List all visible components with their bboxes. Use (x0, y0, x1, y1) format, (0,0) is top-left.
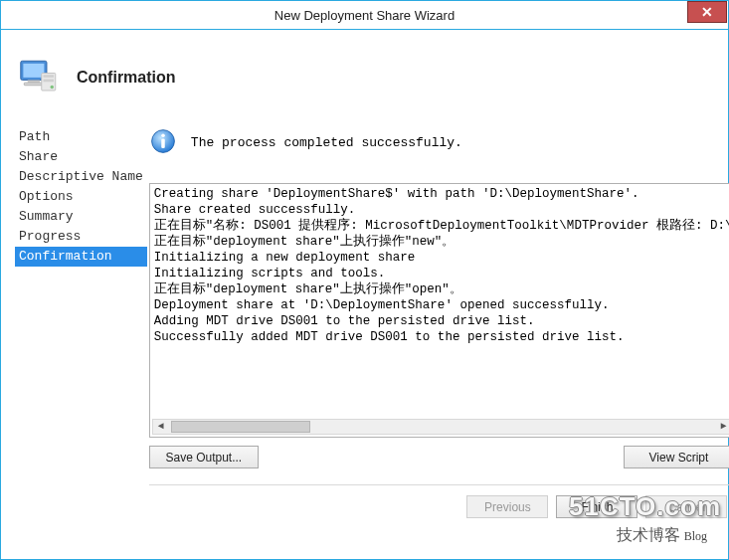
view-script-button[interactable]: View Script (624, 446, 729, 468)
svg-point-7 (51, 85, 55, 89)
wizard-header: Confirmation (11, 48, 718, 107)
svg-rect-10 (161, 138, 165, 148)
wizard-footer: Previous Finish Cancel (149, 484, 729, 522)
cancel-button: Cancel (645, 495, 727, 518)
wizard-body: Confirmation Path Share Descriptive Name… (1, 30, 728, 559)
svg-rect-6 (44, 79, 55, 82)
output-buttons: Save Output... View Script (149, 446, 729, 468)
info-icon (149, 127, 177, 158)
svg-rect-3 (24, 83, 43, 86)
wizard-window: New Deployment Share Wizard ✕ Confirmati… (0, 0, 729, 560)
status-message: The process completed successfully. (191, 135, 462, 150)
computer-icon (19, 57, 61, 99)
svg-rect-1 (23, 63, 44, 77)
wizard-main: The process completed successfully. Crea… (147, 125, 729, 551)
horizontal-scrollbar[interactable]: ◄ ► (152, 419, 729, 435)
nav-item-path[interactable]: Path (15, 127, 147, 147)
nav-item-options[interactable]: Options (15, 187, 147, 207)
status-row: The process completed successfully. (149, 125, 729, 159)
wizard-nav: Path Share Descriptive Name Options Summ… (11, 125, 147, 551)
titlebar: New Deployment Share Wizard ✕ (1, 1, 728, 30)
wizard-content: Path Share Descriptive Name Options Summ… (11, 125, 718, 551)
svg-rect-5 (44, 75, 55, 78)
nav-item-descriptive-name[interactable]: Descriptive Name (15, 167, 147, 187)
svg-point-9 (161, 133, 165, 137)
log-output[interactable]: Creating share 'DeploymentShare$' with p… (149, 183, 729, 438)
nav-item-share[interactable]: Share (15, 147, 147, 167)
scroll-right-icon[interactable]: ► (715, 420, 729, 434)
nav-item-summary[interactable]: Summary (15, 207, 147, 227)
save-output-button[interactable]: Save Output... (149, 446, 259, 468)
finish-button[interactable]: Finish (556, 495, 638, 518)
nav-item-progress[interactable]: Progress (15, 227, 147, 247)
scroll-thumb[interactable] (171, 421, 310, 433)
previous-button: Previous (466, 495, 548, 518)
nav-item-confirmation[interactable]: Confirmation (15, 247, 147, 267)
window-title: New Deployment Share Wizard (1, 8, 728, 23)
scroll-left-icon[interactable]: ◄ (153, 420, 169, 434)
close-icon: ✕ (701, 4, 713, 20)
page-title: Confirmation (77, 69, 176, 87)
close-button[interactable]: ✕ (687, 1, 727, 23)
